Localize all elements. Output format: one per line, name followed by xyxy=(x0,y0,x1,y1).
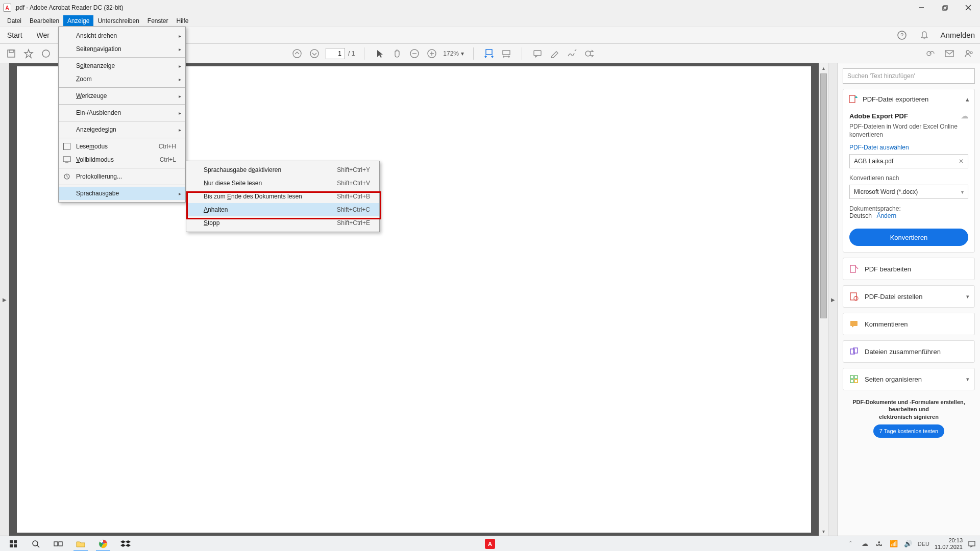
zoom-dropdown[interactable]: 172% ▾ xyxy=(443,50,464,57)
windows-taskbar: A ˄ ☁ 🖧 📶 🔊 DEU 20:13 11.07.2021 xyxy=(0,536,980,551)
taskbar-chrome[interactable] xyxy=(93,536,113,552)
save-button[interactable] xyxy=(5,47,17,60)
taskbar-dropbox[interactable] xyxy=(115,536,136,552)
menu-item-logging[interactable]: Protokollierung... xyxy=(59,170,185,183)
tray-wifi-icon[interactable]: 📶 xyxy=(889,540,898,547)
convert-button[interactable]: Konvertieren xyxy=(849,229,968,246)
menu-datei[interactable]: Datei xyxy=(3,15,26,26)
menu-item-readmode[interactable]: LesemodusCtrl+H xyxy=(59,140,185,153)
star-button[interactable] xyxy=(22,47,35,60)
taskview-button[interactable] xyxy=(48,536,68,552)
submenu-thispage[interactable]: Nur diese Seite lesenShift+Ctrl+V xyxy=(186,177,379,190)
organize-icon xyxy=(849,374,859,384)
tool-edit-pdf[interactable]: PDF bearbeiten xyxy=(843,258,975,280)
svg-rect-2 xyxy=(944,6,947,9)
svg-point-29 xyxy=(966,51,969,54)
tray-network-icon[interactable]: 🖧 xyxy=(875,540,884,547)
help-button[interactable]: ? xyxy=(895,29,909,42)
menu-separator xyxy=(59,138,185,138)
page-up-button[interactable] xyxy=(291,47,303,60)
fit-width-button[interactable] xyxy=(483,47,495,60)
export-pdf-header[interactable]: PDF-Datei exportieren ▴ xyxy=(843,89,974,109)
menu-item-pagedisplay[interactable]: Seitenanzeige▸ xyxy=(59,59,185,72)
scroll-up-button[interactable]: ▴ xyxy=(819,63,828,72)
highlight-button[interactable] xyxy=(549,47,561,60)
hand-tool-button[interactable] xyxy=(391,47,403,60)
maximize-button[interactable] xyxy=(933,0,957,15)
tray-volume-icon[interactable]: 🔊 xyxy=(903,540,913,547)
minimize-icon xyxy=(918,5,924,11)
tool-comment[interactable]: Kommentieren xyxy=(843,313,975,335)
left-panel-toggle[interactable]: ▶ xyxy=(0,63,9,536)
right-panel-toggle[interactable]: ▶ xyxy=(828,63,837,536)
menu-item-design[interactable]: Anzeigedesign▸ xyxy=(59,123,185,136)
svg-point-27 xyxy=(585,51,591,56)
trial-button[interactable]: 7 Tage kostenlos testen xyxy=(873,424,944,438)
scroll-down-button[interactable]: ▾ xyxy=(819,527,828,536)
cursor-icon xyxy=(376,49,383,58)
attach-button[interactable] xyxy=(924,47,936,60)
menu-anzeige[interactable]: Anzeige xyxy=(63,15,93,26)
comment-button[interactable] xyxy=(531,47,544,60)
tab-start[interactable]: Start xyxy=(0,27,30,43)
fit-page-button[interactable] xyxy=(500,47,512,60)
mail-icon xyxy=(944,49,954,58)
sign-button[interactable] xyxy=(566,47,578,60)
submenu-toend[interactable]: Bis zum Ende des Dokuments lesenShift+Ct… xyxy=(186,190,379,203)
notifications-button[interactable] xyxy=(918,29,931,42)
tool-label: Dateien zusammenführen xyxy=(865,348,941,356)
doclang-value: Deutsch xyxy=(849,212,872,219)
tray-notifications-icon[interactable] xyxy=(968,540,977,548)
selected-file-box[interactable]: AGB Laika.pdf ✕ xyxy=(849,154,968,168)
menu-item-speech[interactable]: Sprachausgabe▸ xyxy=(59,187,185,200)
menu-fenster[interactable]: Fenster xyxy=(143,15,173,26)
page-down-button[interactable] xyxy=(308,47,321,60)
menu-item-showhide[interactable]: Ein-/Ausblenden▸ xyxy=(59,106,185,119)
zoom-out-button[interactable] xyxy=(408,47,421,60)
menu-item-tools[interactable]: Werkzeuge▸ xyxy=(59,89,185,103)
page-number-input[interactable] xyxy=(326,48,345,59)
print-button[interactable] xyxy=(40,47,52,60)
tool-combine[interactable]: Dateien zusammenführen xyxy=(843,340,975,363)
svg-rect-25 xyxy=(534,51,541,56)
help-icon: ? xyxy=(897,31,906,40)
tray-chevron-icon[interactable]: ˄ xyxy=(846,540,855,547)
menu-item-fullscreen[interactable]: VollbildmodusCtrl+L xyxy=(59,153,185,166)
tray-cloud-icon[interactable]: ☁ xyxy=(861,540,870,547)
tab-werkzeuge[interactable]: Wer xyxy=(30,27,57,43)
menu-separator xyxy=(59,185,185,185)
format-select[interactable]: Microsoft Word (*.docx) ▾ xyxy=(849,185,968,199)
share-button[interactable] xyxy=(963,47,975,60)
tool-create-pdf[interactable]: PDF-Datei erstellen ▾ xyxy=(843,285,975,308)
selection-tool-button[interactable] xyxy=(374,47,386,60)
menu-item-rotate[interactable]: Ansicht drehen▸ xyxy=(59,29,185,42)
menu-item-pagenav[interactable]: Seitennavigation▸ xyxy=(59,42,185,56)
erase-button[interactable] xyxy=(583,47,596,60)
login-link[interactable]: Anmelden xyxy=(940,31,975,39)
taskbar-explorer[interactable] xyxy=(70,536,91,552)
submenu-pause[interactable]: AnhaltenShift+Ctrl+C xyxy=(186,203,379,216)
scroll-thumb[interactable] xyxy=(820,73,827,318)
vertical-scrollbar[interactable]: ▴ ▾ xyxy=(819,63,828,536)
tool-organize[interactable]: Seiten organisieren ▾ xyxy=(843,368,975,390)
start-menu-button[interactable] xyxy=(3,536,23,552)
select-file-link[interactable]: PDF-Datei auswählen xyxy=(849,144,968,151)
tools-search-input[interactable]: Suchen 'Text hinzufügen' xyxy=(843,68,975,84)
menu-unterschreiben[interactable]: Unterschreiben xyxy=(93,15,143,26)
mail-button[interactable] xyxy=(943,47,955,60)
minimize-button[interactable] xyxy=(910,0,933,15)
submenu-deactivate[interactable]: Sprachausgabe deaktivierenShift+Ctrl+Y xyxy=(186,163,379,177)
menu-separator xyxy=(59,104,185,105)
menu-item-zoom[interactable]: Zoom▸ xyxy=(59,72,185,86)
tray-clock[interactable]: 20:13 11.07.2021 xyxy=(935,537,963,549)
zoom-in-button[interactable] xyxy=(426,47,438,60)
tray-lang[interactable]: DEU xyxy=(918,541,929,547)
menu-bearbeiten[interactable]: Bearbeiten xyxy=(26,15,63,26)
taskbar-acrobat[interactable]: A xyxy=(480,536,500,552)
remove-file-button[interactable]: ✕ xyxy=(959,158,964,165)
close-button[interactable] xyxy=(957,0,980,15)
menu-hilfe[interactable]: Hilfe xyxy=(173,15,193,26)
submenu-stop[interactable]: StoppShift+Ctrl+E xyxy=(186,216,379,230)
search-button[interactable] xyxy=(26,536,46,552)
change-lang-link[interactable]: Ändern xyxy=(876,212,896,219)
